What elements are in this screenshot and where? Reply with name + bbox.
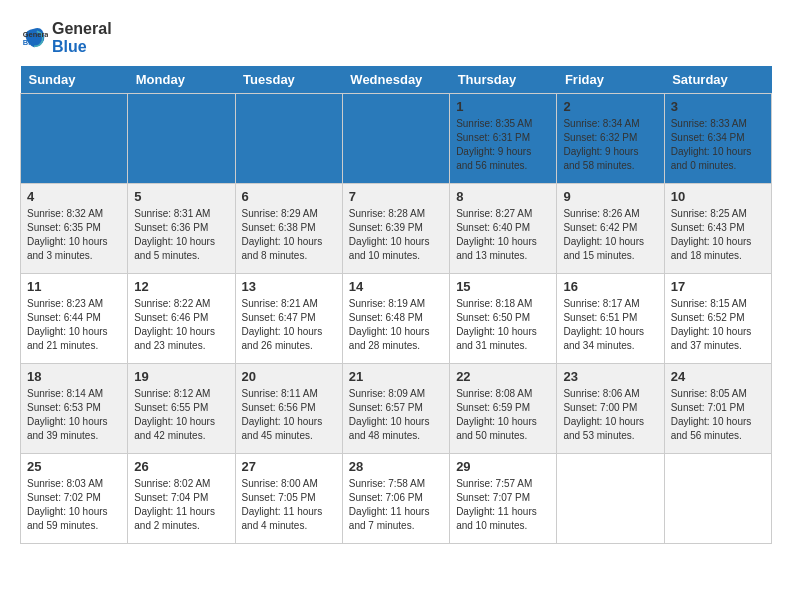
day-header-thursday: Thursday <box>450 66 557 94</box>
calendar-cell <box>342 94 449 184</box>
cell-info: Sunrise: 8:12 AM Sunset: 6:55 PM Dayligh… <box>134 387 228 443</box>
calendar-cell: 24Sunrise: 8:05 AM Sunset: 7:01 PM Dayli… <box>664 364 771 454</box>
calendar-cell: 10Sunrise: 8:25 AM Sunset: 6:43 PM Dayli… <box>664 184 771 274</box>
logo-icon: General Blue <box>20 24 48 52</box>
calendar-cell: 21Sunrise: 8:09 AM Sunset: 6:57 PM Dayli… <box>342 364 449 454</box>
calendar-cell <box>128 94 235 184</box>
cell-info: Sunrise: 8:29 AM Sunset: 6:38 PM Dayligh… <box>242 207 336 263</box>
calendar-cell: 19Sunrise: 8:12 AM Sunset: 6:55 PM Dayli… <box>128 364 235 454</box>
date-number: 8 <box>456 189 550 204</box>
cell-info: Sunrise: 8:28 AM Sunset: 6:39 PM Dayligh… <box>349 207 443 263</box>
calendar-cell: 18Sunrise: 8:14 AM Sunset: 6:53 PM Dayli… <box>21 364 128 454</box>
calendar-cell: 4Sunrise: 8:32 AM Sunset: 6:35 PM Daylig… <box>21 184 128 274</box>
calendar-cell: 16Sunrise: 8:17 AM Sunset: 6:51 PM Dayli… <box>557 274 664 364</box>
cell-info: Sunrise: 8:17 AM Sunset: 6:51 PM Dayligh… <box>563 297 657 353</box>
day-header-saturday: Saturday <box>664 66 771 94</box>
calendar-cell: 25Sunrise: 8:03 AM Sunset: 7:02 PM Dayli… <box>21 454 128 544</box>
calendar-cell: 26Sunrise: 8:02 AM Sunset: 7:04 PM Dayli… <box>128 454 235 544</box>
date-number: 27 <box>242 459 336 474</box>
date-number: 12 <box>134 279 228 294</box>
cell-info: Sunrise: 8:25 AM Sunset: 6:43 PM Dayligh… <box>671 207 765 263</box>
calendar-cell <box>664 454 771 544</box>
calendar-cell: 7Sunrise: 8:28 AM Sunset: 6:39 PM Daylig… <box>342 184 449 274</box>
date-number: 13 <box>242 279 336 294</box>
cell-info: Sunrise: 8:22 AM Sunset: 6:46 PM Dayligh… <box>134 297 228 353</box>
cell-info: Sunrise: 8:21 AM Sunset: 6:47 PM Dayligh… <box>242 297 336 353</box>
calendar-cell: 13Sunrise: 8:21 AM Sunset: 6:47 PM Dayli… <box>235 274 342 364</box>
cell-info: Sunrise: 8:35 AM Sunset: 6:31 PM Dayligh… <box>456 117 550 173</box>
date-number: 14 <box>349 279 443 294</box>
calendar-cell: 5Sunrise: 8:31 AM Sunset: 6:36 PM Daylig… <box>128 184 235 274</box>
calendar-cell: 8Sunrise: 8:27 AM Sunset: 6:40 PM Daylig… <box>450 184 557 274</box>
date-number: 20 <box>242 369 336 384</box>
week-row-4: 18Sunrise: 8:14 AM Sunset: 6:53 PM Dayli… <box>21 364 772 454</box>
date-number: 6 <box>242 189 336 204</box>
cell-info: Sunrise: 8:33 AM Sunset: 6:34 PM Dayligh… <box>671 117 765 173</box>
cell-info: Sunrise: 8:15 AM Sunset: 6:52 PM Dayligh… <box>671 297 765 353</box>
cell-info: Sunrise: 8:31 AM Sunset: 6:36 PM Dayligh… <box>134 207 228 263</box>
calendar-cell: 29Sunrise: 7:57 AM Sunset: 7:07 PM Dayli… <box>450 454 557 544</box>
calendar-table: SundayMondayTuesdayWednesdayThursdayFrid… <box>20 66 772 544</box>
date-number: 16 <box>563 279 657 294</box>
cell-info: Sunrise: 8:11 AM Sunset: 6:56 PM Dayligh… <box>242 387 336 443</box>
cell-info: Sunrise: 8:34 AM Sunset: 6:32 PM Dayligh… <box>563 117 657 173</box>
calendar-cell: 17Sunrise: 8:15 AM Sunset: 6:52 PM Dayli… <box>664 274 771 364</box>
calendar-cell: 1Sunrise: 8:35 AM Sunset: 6:31 PM Daylig… <box>450 94 557 184</box>
date-number: 23 <box>563 369 657 384</box>
calendar-cell: 22Sunrise: 8:08 AM Sunset: 6:59 PM Dayli… <box>450 364 557 454</box>
week-row-1: 1Sunrise: 8:35 AM Sunset: 6:31 PM Daylig… <box>21 94 772 184</box>
date-number: 1 <box>456 99 550 114</box>
cell-info: Sunrise: 8:05 AM Sunset: 7:01 PM Dayligh… <box>671 387 765 443</box>
week-row-2: 4Sunrise: 8:32 AM Sunset: 6:35 PM Daylig… <box>21 184 772 274</box>
cell-info: Sunrise: 8:26 AM Sunset: 6:42 PM Dayligh… <box>563 207 657 263</box>
cell-info: Sunrise: 8:32 AM Sunset: 6:35 PM Dayligh… <box>27 207 121 263</box>
date-number: 10 <box>671 189 765 204</box>
date-number: 5 <box>134 189 228 204</box>
calendar-cell: 15Sunrise: 8:18 AM Sunset: 6:50 PM Dayli… <box>450 274 557 364</box>
day-header-monday: Monday <box>128 66 235 94</box>
cell-info: Sunrise: 7:57 AM Sunset: 7:07 PM Dayligh… <box>456 477 550 533</box>
calendar-cell: 12Sunrise: 8:22 AM Sunset: 6:46 PM Dayli… <box>128 274 235 364</box>
cell-info: Sunrise: 8:08 AM Sunset: 6:59 PM Dayligh… <box>456 387 550 443</box>
cell-info: Sunrise: 8:27 AM Sunset: 6:40 PM Dayligh… <box>456 207 550 263</box>
calendar-cell: 28Sunrise: 7:58 AM Sunset: 7:06 PM Dayli… <box>342 454 449 544</box>
logo: General Blue General Blue <box>20 20 112 56</box>
calendar-cell: 14Sunrise: 8:19 AM Sunset: 6:48 PM Dayli… <box>342 274 449 364</box>
header-row: SundayMondayTuesdayWednesdayThursdayFrid… <box>21 66 772 94</box>
page-header: General Blue General Blue <box>20 20 772 56</box>
date-number: 21 <box>349 369 443 384</box>
calendar-cell <box>235 94 342 184</box>
date-number: 7 <box>349 189 443 204</box>
cell-info: Sunrise: 7:58 AM Sunset: 7:06 PM Dayligh… <box>349 477 443 533</box>
calendar-cell: 6Sunrise: 8:29 AM Sunset: 6:38 PM Daylig… <box>235 184 342 274</box>
date-number: 17 <box>671 279 765 294</box>
calendar-cell <box>557 454 664 544</box>
calendar-cell: 23Sunrise: 8:06 AM Sunset: 7:00 PM Dayli… <box>557 364 664 454</box>
calendar-cell: 2Sunrise: 8:34 AM Sunset: 6:32 PM Daylig… <box>557 94 664 184</box>
calendar-cell: 9Sunrise: 8:26 AM Sunset: 6:42 PM Daylig… <box>557 184 664 274</box>
calendar-cell: 27Sunrise: 8:00 AM Sunset: 7:05 PM Dayli… <box>235 454 342 544</box>
cell-info: Sunrise: 8:14 AM Sunset: 6:53 PM Dayligh… <box>27 387 121 443</box>
cell-info: Sunrise: 8:23 AM Sunset: 6:44 PM Dayligh… <box>27 297 121 353</box>
date-number: 4 <box>27 189 121 204</box>
date-number: 24 <box>671 369 765 384</box>
cell-info: Sunrise: 8:03 AM Sunset: 7:02 PM Dayligh… <box>27 477 121 533</box>
date-number: 28 <box>349 459 443 474</box>
svg-text:Blue: Blue <box>23 38 39 47</box>
date-number: 29 <box>456 459 550 474</box>
date-number: 25 <box>27 459 121 474</box>
cell-info: Sunrise: 8:09 AM Sunset: 6:57 PM Dayligh… <box>349 387 443 443</box>
day-header-wednesday: Wednesday <box>342 66 449 94</box>
cell-info: Sunrise: 8:18 AM Sunset: 6:50 PM Dayligh… <box>456 297 550 353</box>
calendar-cell <box>21 94 128 184</box>
date-number: 15 <box>456 279 550 294</box>
cell-info: Sunrise: 8:06 AM Sunset: 7:00 PM Dayligh… <box>563 387 657 443</box>
cell-info: Sunrise: 8:02 AM Sunset: 7:04 PM Dayligh… <box>134 477 228 533</box>
week-row-5: 25Sunrise: 8:03 AM Sunset: 7:02 PM Dayli… <box>21 454 772 544</box>
calendar-cell: 20Sunrise: 8:11 AM Sunset: 6:56 PM Dayli… <box>235 364 342 454</box>
date-number: 19 <box>134 369 228 384</box>
day-header-friday: Friday <box>557 66 664 94</box>
day-header-sunday: Sunday <box>21 66 128 94</box>
calendar-cell: 3Sunrise: 8:33 AM Sunset: 6:34 PM Daylig… <box>664 94 771 184</box>
date-number: 3 <box>671 99 765 114</box>
